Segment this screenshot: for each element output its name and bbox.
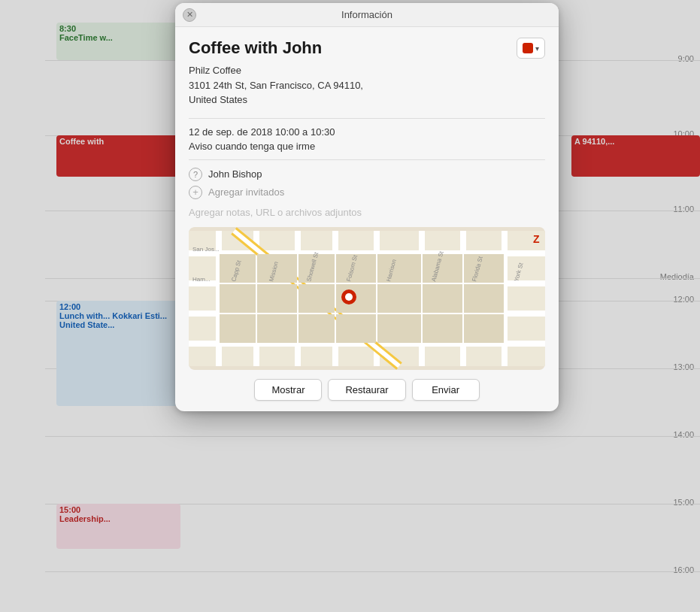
location-line3: United States [189,92,545,108]
divider-2 [189,159,545,160]
svg-text:Z: Z [533,233,540,245]
event-location: Philz Coffee 3101 24th St, San Francisco… [189,63,545,108]
notes-placeholder[interactable]: Agregar notas, URL o archivos adjuntos [189,207,545,218]
svg-rect-33 [377,314,421,343]
location-line1: Philz Coffee [189,63,545,78]
svg-rect-34 [423,314,462,343]
event-alert: Aviso cuando tenga que irme [189,141,545,152]
svg-rect-26 [423,284,462,313]
svg-rect-20 [298,284,335,313]
svg-rect-35 [464,314,504,343]
color-picker-button[interactable]: ▾ [517,38,545,59]
location-line2: 3101 24th St, San Francisco, CA 94110, [189,78,545,93]
divider-1 [189,118,545,119]
attendee-name: John Bishop [208,168,262,180]
svg-rect-28 [464,284,504,313]
svg-rect-24 [377,284,421,313]
attendee-icon: ? [189,168,202,181]
map-container[interactable]: Capp St Mission Shotwell St Folsom St Ha… [189,227,545,370]
svg-point-47 [345,293,353,301]
svg-rect-30 [257,314,297,343]
mostrar-button[interactable]: Mostrar [254,379,322,401]
svg-text:San Jos...: San Jos... [192,246,220,253]
event-datetime: 12 de sep. de 2018 10:00 a 10:30 [189,126,545,138]
svg-rect-29 [220,314,256,343]
add-guests-row[interactable]: + Agregar invitados [189,186,545,199]
svg-rect-27 [464,254,504,283]
map-svg: Capp St Mission Shotwell St Folsom St Ha… [189,227,545,370]
svg-text:Ham...: Ham... [192,276,211,283]
close-icon: ✕ [186,10,193,20]
event-title: Coffee with John [189,38,322,58]
add-guests-label: Agregar invitados [208,186,284,198]
event-title-row: Coffee with John ▾ [189,38,545,59]
svg-rect-18 [257,284,297,313]
popup-body: Coffee with John ▾ Philz Coffee 3101 24t… [175,27,559,370]
plus-circle-icon: + [189,186,202,199]
event-info-popup: ✕ Información Coffee with John ▾ Philz C… [175,3,559,411]
popup-title: Información [341,9,392,20]
svg-rect-23 [377,254,421,283]
chevron-down-icon: ▾ [535,44,539,53]
svg-rect-32 [336,314,376,343]
restaurar-button[interactable]: Restaurar [328,379,405,401]
color-dot [523,43,533,53]
close-button[interactable]: ✕ [183,8,196,22]
attendee-row: ? John Bishop [189,168,545,181]
popup-header: ✕ Información [175,3,559,27]
svg-rect-31 [298,314,335,343]
svg-rect-17 [220,284,256,313]
popup-footer: Mostrar Restaurar Enviar [175,370,559,411]
enviar-button[interactable]: Enviar [412,379,480,401]
